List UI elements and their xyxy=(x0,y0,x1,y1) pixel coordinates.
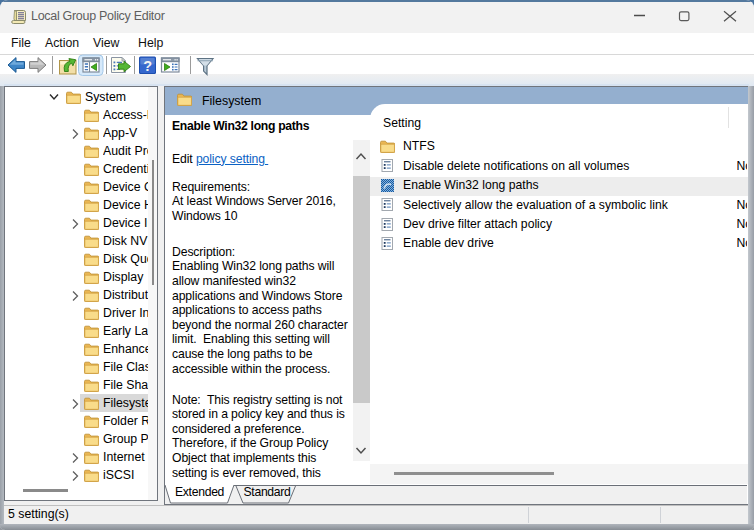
svg-text:?: ? xyxy=(143,58,152,74)
